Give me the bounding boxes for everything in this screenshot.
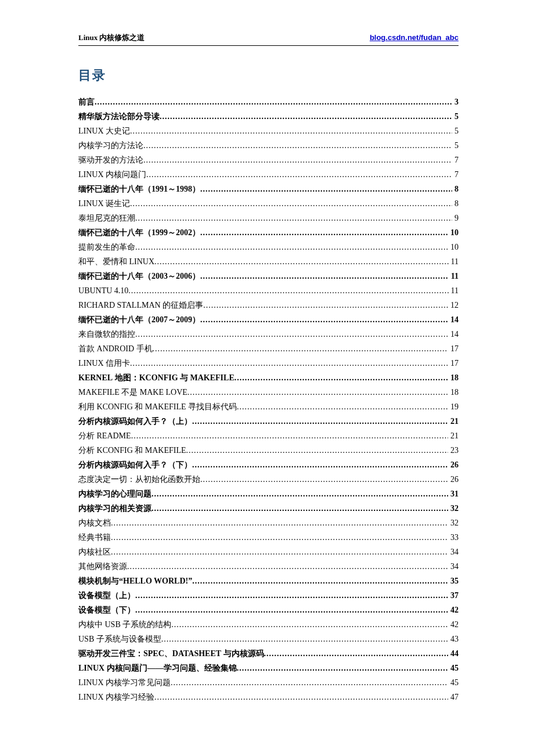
toc-entry-page: 9 [452,211,459,225]
toc-entry[interactable]: 模块机制与“HELLO WORLD!”35 [78,574,459,588]
toc-entry-dots [154,254,448,269]
toc-entry-page: 10 [448,240,459,254]
toc-entry-page: 35 [448,574,459,588]
toc-entry[interactable]: 分析 KCONFIG 和 MAKEFILE23 [78,443,459,458]
toc-entry-dots [192,414,448,429]
toc-entry-dots [135,603,448,617]
toc-entry[interactable]: 首款 ANDROID 手机17 [78,341,459,356]
toc-entry[interactable]: LINUX 内核学习经验47 [78,690,459,704]
toc-entry[interactable]: 缅怀已逝的十八年（1991～1998）8 [78,182,459,196]
toc-entry-label: 前言 [78,95,95,109]
toc-entry-label: 提前发生的革命 [78,240,135,254]
document-page: Linux 内核修炼之道 blog.csdn.net/fudan_abc 目录 … [0,0,534,739]
toc-entry-dots [131,429,448,443]
toc-entry[interactable]: 泰坦尼克的狂潮9 [78,211,459,225]
toc-entry[interactable]: USB 子系统与设备模型43 [78,632,459,646]
toc-entry-page: 11 [449,254,459,269]
toc-entry-dots [237,399,448,414]
toc-entry-label: LINUX 大史记 [78,124,130,138]
toc-entry[interactable]: 利用 KCONFIG 和 MAKEFILE 寻找目标代码19 [78,399,459,414]
toc-entry-label: 和平、爱情和 LINUX [78,254,154,269]
toc-entry-dots [111,545,448,559]
toc-entry-label: UBUNTU 4.10 [78,283,128,298]
toc-entry-dots [234,370,448,385]
toc-entry[interactable]: 来自微软的指控14 [78,327,459,341]
toc-entry[interactable]: KERNEL 地图：KCONFIG 与 MAKEFILE18 [78,370,459,385]
toc-entry-label: 首款 ANDROID 手机 [78,341,153,356]
toc-entry-dots [135,588,448,603]
toc-entry-page: 17 [448,341,459,356]
toc-entry[interactable]: 分析内核源码如何入手？（下）26 [78,458,459,472]
toc-entry[interactable]: 设备模型（上）37 [78,588,459,603]
toc-entry[interactable]: 内核中 USB 子系统的结构42 [78,617,459,632]
toc-entry[interactable]: LINUX 信用卡17 [78,356,459,370]
toc-entry-label: 其他网络资源 [78,559,127,574]
toc-entry[interactable]: LINUX 大史记5 [78,124,459,138]
toc-entry[interactable]: 分析内核源码如何入手？（上）21 [78,414,459,429]
toc-entry-label: USB 子系统与设备模型 [78,632,161,646]
toc-entry[interactable]: 驱动开发的方法论7 [78,153,459,167]
toc-entry-label: 精华版方法论部分导读 [78,109,160,124]
toc-entry[interactable]: 设备模型（下）42 [78,603,459,617]
toc-entry[interactable]: 分析 README21 [78,429,459,443]
toc-entry[interactable]: RICHARD STALLMAN 的征婚启事12 [78,298,459,312]
toc-entry[interactable]: 内核学习的心理问题31 [78,487,459,501]
toc-entry-dots [111,516,448,530]
toc-entry-label: 来自微软的指控 [78,327,135,341]
toc-entry[interactable]: LINUX 诞生记8 [78,196,459,211]
toc-entry[interactable]: 其他网络资源34 [78,559,459,574]
toc-entry[interactable]: 驱动开发三件宝：SPEC、DATASHEET 与内核源码44 [78,646,459,661]
toc-entry[interactable]: LINUX 内核学习常见问题45 [78,675,459,690]
toc-entry-label: 态度决定一切：从初始化函数开始 [78,472,200,487]
toc-entry-page: 47 [448,690,459,704]
toc-entry-dots [237,661,448,675]
toc-entry[interactable]: 和平、爱情和 LINUX11 [78,254,459,269]
toc-entries: 前言3精华版方法论部分导读5LINUX 大史记5内核学习的方法论5驱动开发的方法… [78,95,459,704]
toc-entry-dots [186,443,448,458]
toc-entry-dots [160,109,452,124]
toc-entry-dots [171,675,448,690]
toc-entry-dots [95,95,452,109]
toc-entry[interactable]: 内核学习的相关资源32 [78,501,459,516]
toc-entry-page: 26 [448,458,459,472]
toc-entry-dots [130,196,452,211]
toc-entry-page: 7 [452,167,459,182]
toc-entry-page: 45 [448,675,459,690]
toc-entry[interactable]: 前言3 [78,95,459,109]
toc-entry[interactable]: 缅怀已逝的十八年（1999～2002）10 [78,225,459,240]
toc-entry[interactable]: 精华版方法论部分导读5 [78,109,459,124]
toc-entry-page: 42 [448,617,459,632]
toc-entry-page: 3 [452,95,459,109]
toc-entry[interactable]: 缅怀已逝的十八年（2007～2009）14 [78,312,459,327]
toc-entry[interactable]: 内核文档32 [78,516,459,530]
toc-entry-page: 8 [452,196,459,211]
toc-entry-dots [192,574,448,588]
toc-entry[interactable]: 内核社区34 [78,545,459,559]
toc-entry-dots [264,646,448,661]
toc-entry-page: 31 [448,487,459,501]
toc-title: 目录 [78,67,459,84]
toc-entry-page: 42 [448,603,459,617]
page-header: Linux 内核修炼之道 blog.csdn.net/fudan_abc [78,33,459,43]
toc-entry[interactable]: 内核学习的方法论5 [78,138,459,153]
toc-entry[interactable]: UBUNTU 4.1011 [78,283,459,298]
toc-entry[interactable]: MAKEFILE 不是 MAKE LOVE18 [78,385,459,399]
toc-entry[interactable]: 缅怀已逝的十八年（2003～2006）11 [78,269,459,283]
toc-entry[interactable]: 提前发生的革命10 [78,240,459,254]
toc-entry-page: 26 [448,472,459,487]
toc-entry-page: 37 [448,588,459,603]
toc-entry-page: 11 [449,283,459,298]
toc-entry-dots [128,283,448,298]
toc-entry[interactable]: LINUX 内核问题门7 [78,167,459,182]
header-link[interactable]: blog.csdn.net/fudan_abc [370,33,459,42]
toc-entry[interactable]: LINUX 内核问题门——学习问题、经验集锦45 [78,661,459,675]
toc-entry-dots [200,472,448,487]
toc-entry[interactable]: 经典书籍33 [78,530,459,545]
toc-entry-label: LINUX 内核问题门——学习问题、经验集锦 [78,661,237,675]
toc-entry-page: 7 [452,153,459,167]
toc-entry-label: 设备模型（下） [78,603,135,617]
toc-entry-page: 8 [452,182,459,196]
toc-entry[interactable]: 态度决定一切：从初始化函数开始26 [78,472,459,487]
toc-entry-page: 34 [448,545,459,559]
toc-entry-dots [135,327,448,341]
